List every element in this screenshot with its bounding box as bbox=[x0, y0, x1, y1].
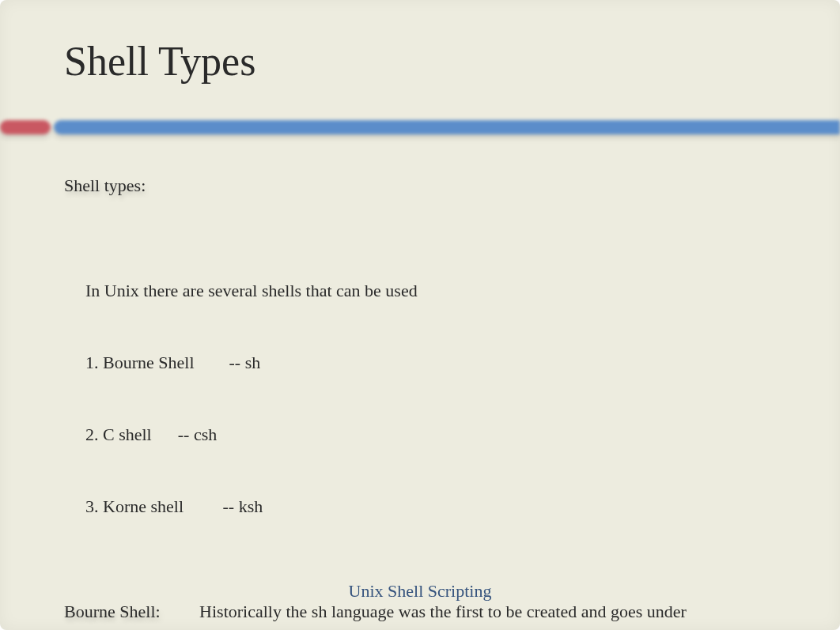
shell-list: In Unix there are several shells that ca… bbox=[85, 231, 698, 567]
bourne-paragraph: Bourne Shell: Historically the sh langua… bbox=[64, 600, 698, 630]
section-label: Shell types: bbox=[64, 174, 698, 198]
section-label-text: Shell types: bbox=[64, 174, 146, 198]
shell-item: 3. Korne shell -- ksh bbox=[85, 495, 698, 519]
divider-red-segment bbox=[0, 120, 51, 134]
divider-blue-segment bbox=[54, 120, 840, 134]
bourne-label: Bourne Shell: bbox=[64, 600, 161, 624]
slide-container: Shell Types Shell types: In Unix there a… bbox=[0, 0, 840, 630]
content-area: Shell types: In Unix there are several s… bbox=[64, 174, 698, 630]
shell-item: 2. C shell -- csh bbox=[85, 423, 698, 447]
shell-item: 1. Bourne Shell -- sh bbox=[85, 351, 698, 375]
page-title: Shell Types bbox=[64, 38, 255, 85]
divider bbox=[0, 117, 840, 138]
footer-text: Unix Shell Scripting bbox=[0, 581, 840, 602]
intro-line: In Unix there are several shells that ca… bbox=[85, 279, 698, 303]
